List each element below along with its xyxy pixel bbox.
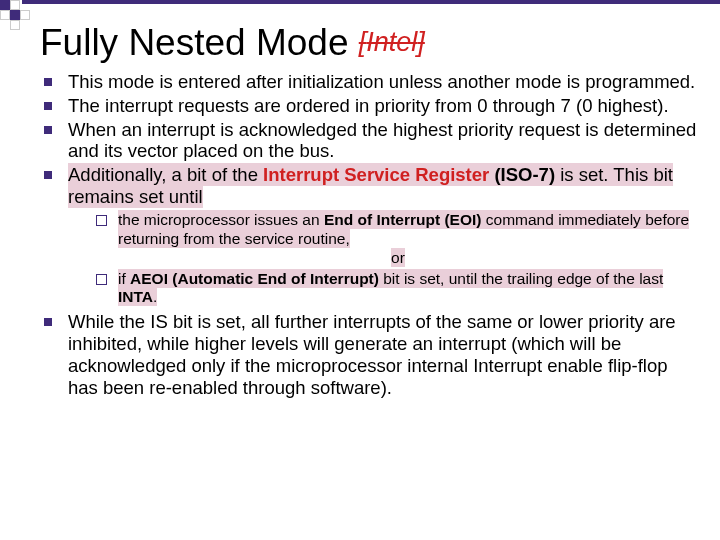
text: the microprocessor issues an — [118, 211, 324, 228]
eoi-term: End of Interrupt — [324, 211, 440, 228]
title-main: Fully Nested Mode — [40, 22, 359, 63]
slide-content: This mode is entered after initializatio… — [44, 71, 698, 399]
bullet-item: Additionally, a bit of the Interrupt Ser… — [44, 164, 698, 307]
iso-term: (ISO-7) — [489, 164, 555, 185]
or-text: or — [391, 248, 405, 267]
bullet-text: When an interrupt is acknowledged the hi… — [68, 119, 696, 162]
bullet-list: This mode is entered after initializatio… — [44, 71, 698, 399]
sub-item: the microprocessor issues an End of Inte… — [96, 211, 698, 268]
slide: Fully Nested Mode [Intel] This mode is e… — [0, 0, 720, 540]
bullet-item: While the IS bit is set, all further int… — [44, 311, 698, 398]
highlight-span: the microprocessor issues an End of Inte… — [118, 210, 689, 248]
text: . — [153, 288, 157, 305]
bullet-text: This mode is entered after initializatio… — [68, 71, 695, 92]
sub-list: the microprocessor issues an End of Inte… — [96, 211, 698, 308]
title-suffix: [Intel] — [359, 27, 425, 57]
bullet-text: The interrupt requests are ordered in pr… — [68, 95, 669, 116]
text: bit is set, until the trailing edge of t… — [379, 270, 663, 287]
slide-title: Fully Nested Mode [Intel] — [40, 24, 698, 63]
highlight-span: Additionally, a bit of the Interrupt Ser… — [68, 163, 673, 208]
title-suffix-text: Intel — [366, 27, 417, 57]
text: if — [118, 270, 130, 287]
sub-item: if AEOI (Automatic End of Interrupt) bit… — [96, 270, 698, 308]
inta-term: INTA — [118, 288, 153, 305]
bullet-text: While the IS bit is set, all further int… — [68, 311, 676, 397]
bullet-item: This mode is entered after initializatio… — [44, 71, 698, 93]
aeoi-full: (Automatic End of Interrupt) — [168, 270, 379, 287]
bullet-item: When an interrupt is acknowledged the hi… — [44, 119, 698, 163]
aeoi-term: AEOI — [130, 270, 168, 287]
eoi-abbrev: (EOI) — [440, 211, 481, 228]
highlight-span: if AEOI (Automatic End of Interrupt) bit… — [118, 269, 663, 307]
isr-term: Interrupt Service Register — [263, 164, 489, 185]
text: Additionally, a bit of the — [68, 164, 263, 185]
bullet-item: The interrupt requests are ordered in pr… — [44, 95, 698, 117]
bracket-close: ] — [417, 27, 425, 57]
